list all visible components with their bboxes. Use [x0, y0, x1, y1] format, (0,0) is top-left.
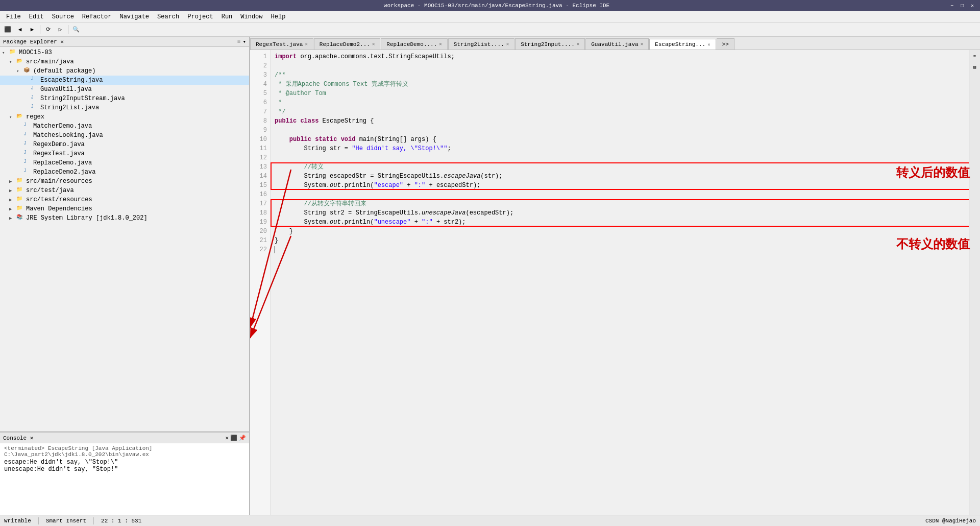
java-file-icon: J: [31, 85, 39, 93]
code-line-20: }: [275, 227, 965, 236]
tree-item-string2list[interactable]: J String2List.java: [0, 103, 249, 112]
tree-arrow-collapsed: ▶: [9, 206, 16, 212]
tab-string2input[interactable]: String2Input.... ✕: [515, 38, 585, 50]
toolbar-separator-2: [68, 25, 68, 34]
toolbar: ⬛ ◀ ▶ ⟳ ▷ 🔍: [0, 22, 980, 37]
tree-item-regextest[interactable]: J RegexTest.java: [0, 149, 249, 158]
tree-item-src-main-java[interactable]: ▾ 📂 src/main/java: [0, 57, 249, 66]
tab-close-icon[interactable]: ✕: [439, 41, 442, 47]
menu-item-file[interactable]: File: [2, 12, 25, 21]
tree-item-escapestringjava[interactable]: J EscapeString.java: [0, 76, 249, 85]
tab-close-icon[interactable]: ✕: [372, 41, 375, 47]
package-explorer-header: Package Explorer ✕ ≡ ▾: [0, 37, 249, 47]
java-file-icon: J: [23, 150, 32, 158]
tab-replacedemo2[interactable]: ReplaceDemo2... ✕: [314, 38, 380, 50]
line-num: 4: [250, 80, 267, 89]
console-header: Console ✕ ✕ ⬛ 📌: [0, 433, 249, 443]
menu-item-project[interactable]: Project: [183, 12, 217, 21]
menu-item-refactor[interactable]: Refactor: [78, 12, 116, 21]
toolbar-btn-2[interactable]: ◀: [14, 24, 26, 35]
tree-item-mooc15-03[interactable]: ▾ 📁 MOOC15-03: [0, 48, 249, 57]
line-num: 19: [250, 218, 267, 227]
status-csdn: CSDN @NagiHejao: [925, 518, 976, 524]
maximize-button[interactable]: □: [959, 2, 966, 9]
close-button[interactable]: ✕: [969, 2, 976, 9]
tree-item-jre[interactable]: ▶ 📚 JRE System Library [jdk1.8.0_202]: [0, 213, 249, 223]
tree-arrow: ▾: [16, 68, 23, 74]
tab-string2list[interactable]: String2List.... ✕: [448, 38, 514, 50]
toolbar-separator-1: [40, 25, 40, 34]
tab-replacedemo[interactable]: ReplaceDemo.... ✕: [381, 38, 447, 50]
menu-item-window[interactable]: Window: [236, 12, 266, 21]
tree-item-src-test-java[interactable]: ▶ 📁 src/test/java: [0, 186, 249, 195]
project-icon: 📁: [9, 49, 17, 57]
menu-item-run[interactable]: Run: [217, 12, 237, 21]
console-title: Console ✕: [3, 435, 33, 441]
tab-overflow[interactable]: >>: [717, 38, 734, 50]
code-line-2: [275, 61, 965, 70]
tree-arrow: ▾: [9, 114, 16, 120]
tree-item-regexdemo[interactable]: J RegexDemo.java: [0, 140, 249, 149]
menu-item-source[interactable]: Source: [48, 12, 78, 21]
minimap-btn[interactable]: ▤: [970, 62, 979, 71]
tab-close-icon[interactable]: ✕: [577, 41, 579, 47]
tree-item-maven-deps[interactable]: ▶ 📁 Maven Dependencies: [0, 204, 249, 213]
tab-close-icon[interactable]: ✕: [707, 42, 710, 47]
tree-item-guavautil[interactable]: J GuavaUtil.java: [0, 85, 249, 94]
tree-item-default-package[interactable]: ▾ 📦 (default package): [0, 66, 249, 76]
pkg-collapse-btn[interactable]: ≡: [237, 38, 241, 45]
tab-close-icon[interactable]: ✕: [641, 41, 643, 47]
menu-item-search[interactable]: Search: [153, 12, 183, 21]
tab-close-icon[interactable]: ✕: [305, 41, 307, 47]
tree-item-string2inputstream[interactable]: J String2InputStream.java: [0, 94, 249, 103]
folder-icon: 📂: [16, 58, 24, 66]
tree-item-replacedemo2[interactable]: J ReplaceDemo2.java: [0, 168, 249, 177]
line-num: 2: [250, 61, 267, 70]
tab-label: ReplaceDemo....: [386, 41, 437, 47]
tree-arrow-collapsed: ▶: [9, 188, 16, 194]
menu-item-navigate[interactable]: Navigate: [115, 12, 153, 21]
folder-icon: 📁: [16, 186, 24, 195]
tree-item-matcherdemo[interactable]: J MatcherDemo.java: [0, 122, 249, 131]
code-line-8: public class EscapeString {: [275, 116, 965, 126]
toolbar-btn-5[interactable]: ▷: [55, 24, 66, 35]
tab-label: String2Input....: [521, 41, 575, 47]
tree-arrow-collapsed: ▶: [9, 216, 16, 221]
menu-item-edit[interactable]: Edit: [25, 12, 48, 21]
java-file-icon: J: [23, 140, 32, 149]
tab-escapestring[interactable]: EscapeString... ✕: [649, 39, 716, 50]
tab-guavautil[interactable]: GuavaUtil.java ✕: [585, 38, 649, 50]
minimize-button[interactable]: −: [948, 2, 955, 9]
console-terminate-btn[interactable]: ⬛: [230, 435, 237, 441]
console-clear-btn[interactable]: ✕: [225, 435, 229, 441]
tab-overflow-icon: >>: [722, 41, 729, 47]
toolbar-btn-1[interactable]: ⬛: [2, 24, 13, 35]
tree-item-replacedemo[interactable]: J ReplaceDemo.java: [0, 158, 249, 168]
tab-regextest[interactable]: RegexTest.java ✕: [250, 38, 313, 50]
java-file-icon: J: [23, 168, 32, 176]
toolbar-search[interactable]: 🔍: [70, 24, 82, 35]
tree-item-src-main-resources[interactable]: ▶ 📁 src/main/resources: [0, 177, 249, 186]
tree-item-matcheslooking[interactable]: J MatchesLooking.java: [0, 131, 249, 140]
code-line-12: [275, 153, 965, 162]
line-num: 1: [250, 52, 267, 61]
tree-item-src-test-resources[interactable]: ▶ 📁 src/test/resources: [0, 195, 249, 204]
tab-label: ReplaceDemo2...: [320, 41, 370, 47]
code-editor[interactable]: import org.apache.commons.text.StringEsc…: [271, 50, 969, 515]
outline-btn[interactable]: ≡: [970, 52, 979, 61]
console-pin-btn[interactable]: 📌: [239, 435, 246, 441]
pkg-menu-btn[interactable]: ▾: [242, 38, 246, 45]
code-line-7: */: [275, 107, 965, 116]
annotation-label-unescaped: 不转义的数值: [896, 236, 970, 252]
toolbar-btn-3[interactable]: ▶: [27, 24, 38, 35]
folder-icon: 📁: [16, 177, 24, 185]
menu-item-help[interactable]: Help: [267, 12, 290, 21]
toolbar-btn-4[interactable]: ⟳: [42, 24, 54, 35]
tab-close-icon[interactable]: ✕: [506, 41, 509, 47]
java-file-icon: J: [23, 122, 32, 130]
line-num: 8: [250, 116, 267, 126]
line-num: 5: [250, 89, 267, 98]
package-explorer-tree: ▾ 📁 MOOC15-03 ▾ 📂 src/main/java ▾ 📦 (de: [0, 47, 249, 431]
tree-item-regex[interactable]: ▾ 📂 regex: [0, 112, 249, 122]
folder-icon: 📚: [16, 214, 24, 222]
